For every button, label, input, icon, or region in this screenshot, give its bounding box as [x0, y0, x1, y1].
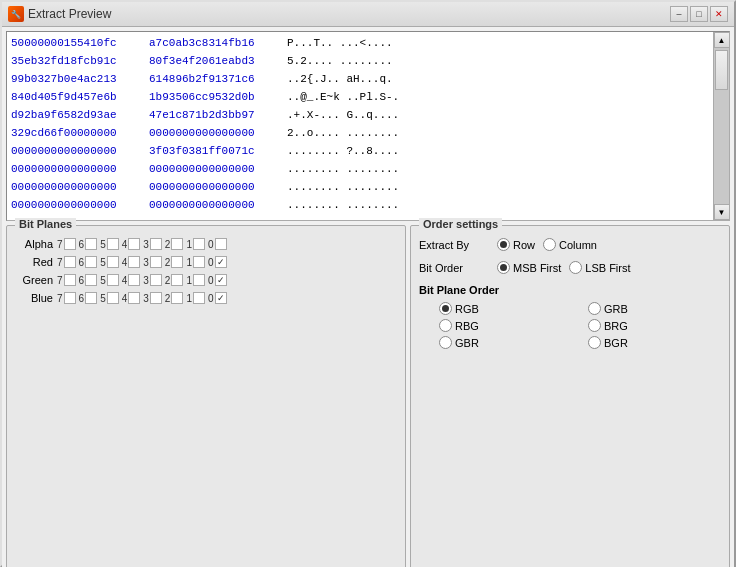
hex-address: 0000000000000000 [11, 142, 141, 160]
channel-row-alpha: Alpha 7 6 5 4 3 2 1 0 [15, 238, 397, 250]
bit-item-0: 0 [208, 256, 227, 268]
bit-plane-option-bgr[interactable]: BGR [588, 336, 721, 349]
channel-label: Alpha [15, 238, 53, 250]
bit-checkbox-2[interactable] [171, 292, 183, 304]
scroll-up-button[interactable]: ▲ [714, 32, 730, 48]
hex-ascii: P...T.. ...<.... [287, 34, 393, 52]
hex-preview-area: 50000000155410fca7c0ab3c8314fb16P...T.. … [6, 31, 730, 221]
bit-checkbox-5[interactable] [107, 292, 119, 304]
window-body: 50000000155410fca7c0ab3c8314fb16P...T.. … [2, 27, 734, 567]
bit-checkbox-1[interactable] [193, 274, 205, 286]
bit-item-5: 5 [100, 292, 119, 304]
bit-checkbox-2[interactable] [171, 256, 183, 268]
bit-checkbox-6[interactable] [85, 256, 97, 268]
extract-by-row-option[interactable]: Row [497, 238, 535, 251]
lsb-first-radio[interactable] [569, 261, 582, 274]
bit-number: 3 [143, 257, 149, 268]
bit-number: 3 [143, 239, 149, 250]
bit-checkbox-3[interactable] [150, 274, 162, 286]
bit-checkbox-0[interactable] [215, 274, 227, 286]
bit-checkbox-5[interactable] [107, 256, 119, 268]
bit-checkbox-0[interactable] [215, 292, 227, 304]
bit-checkbox-6[interactable] [85, 238, 97, 250]
bit-checkbox-1[interactable] [193, 238, 205, 250]
bit-plane-option-rbg[interactable]: RBG [439, 319, 572, 332]
bit-checkbox-7[interactable] [64, 238, 76, 250]
bit-plane-radio-bgr[interactable] [588, 336, 601, 349]
extract-by-row-radio[interactable] [497, 238, 510, 251]
extract-by-column-option[interactable]: Column [543, 238, 597, 251]
bit-plane-option-rgb[interactable]: RGB [439, 302, 572, 315]
bit-checkbox-2[interactable] [171, 238, 183, 250]
bit-checkbox-0[interactable] [215, 238, 227, 250]
scrollbar-thumb[interactable] [715, 50, 728, 90]
bit-number: 6 [79, 293, 85, 304]
bit-checkbox-3[interactable] [150, 238, 162, 250]
bit-checkbox-6[interactable] [85, 292, 97, 304]
bit-order-label: Bit Order [419, 262, 489, 274]
bit-plane-label: BRG [604, 320, 628, 332]
title-bar-left: 🔧 Extract Preview [8, 6, 111, 22]
bit-number: 2 [165, 239, 171, 250]
bit-item-6: 6 [79, 256, 98, 268]
bit-checkbox-5[interactable] [107, 238, 119, 250]
bit-checkbox-4[interactable] [128, 292, 140, 304]
bit-number: 4 [122, 275, 128, 286]
bit-plane-radio-rbg[interactable] [439, 319, 452, 332]
bit-checkbox-3[interactable] [150, 292, 162, 304]
app-icon: 🔧 [8, 6, 24, 22]
bit-item-0: 0 [208, 274, 227, 286]
minimize-button[interactable]: – [670, 6, 688, 22]
bit-plane-option-gbr[interactable]: GBR [439, 336, 572, 349]
close-button[interactable]: ✕ [710, 6, 728, 22]
bit-checkbox-1[interactable] [193, 256, 205, 268]
hex-ascii: ..@_.E~k ..Pl.S-. [287, 88, 399, 106]
maximize-button[interactable]: □ [690, 6, 708, 22]
hex-row: d92ba9f6582d93ae47e1c871b2d3bb97.+.X-...… [11, 106, 709, 124]
bit-checkbox-4[interactable] [128, 274, 140, 286]
bit-number: 0 [208, 275, 214, 286]
bit-checkbox-6[interactable] [85, 274, 97, 286]
msb-first-option[interactable]: MSB First [497, 261, 561, 274]
bit-plane-option-grb[interactable]: GRB [588, 302, 721, 315]
bit-checkbox-4[interactable] [128, 256, 140, 268]
bit-item-2: 2 [165, 256, 184, 268]
bit-checkbox-7[interactable] [64, 274, 76, 286]
extract-by-column-radio[interactable] [543, 238, 556, 251]
bit-plane-label: GRB [604, 303, 628, 315]
bit-number: 1 [186, 257, 192, 268]
bit-checkbox-0[interactable] [215, 256, 227, 268]
bit-item-1: 1 [186, 238, 205, 250]
bit-item-4: 4 [122, 292, 141, 304]
bit-number: 0 [208, 293, 214, 304]
scrollbar-track[interactable] [714, 48, 729, 204]
title-bar-buttons: – □ ✕ [670, 6, 728, 22]
lsb-first-option[interactable]: LSB First [569, 261, 630, 274]
bit-checkbox-4[interactable] [128, 238, 140, 250]
bit-number: 7 [57, 257, 63, 268]
bit-checkbox-7[interactable] [64, 292, 76, 304]
bit-checkbox-7[interactable] [64, 256, 76, 268]
bit-plane-radio-gbr[interactable] [439, 336, 452, 349]
bit-checkbox-5[interactable] [107, 274, 119, 286]
bit-checkbox-group: 7 6 5 4 3 2 1 0 [57, 238, 227, 250]
bit-number: 1 [186, 239, 192, 250]
bit-plane-radio-grb[interactable] [588, 302, 601, 315]
bit-item-7: 7 [57, 274, 76, 286]
bit-item-3: 3 [143, 238, 162, 250]
bit-number: 7 [57, 239, 63, 250]
bit-number: 3 [143, 275, 149, 286]
channel-row-green: Green 7 6 5 4 3 2 1 0 [15, 274, 397, 286]
bit-plane-radio-rgb[interactable] [439, 302, 452, 315]
bit-checkbox-3[interactable] [150, 256, 162, 268]
bit-item-7: 7 [57, 238, 76, 250]
bit-checkbox-1[interactable] [193, 292, 205, 304]
bit-item-7: 7 [57, 256, 76, 268]
bit-plane-radio-brg[interactable] [588, 319, 601, 332]
scroll-down-button[interactable]: ▼ [714, 204, 730, 220]
hex-ascii: ........ ........ [287, 196, 399, 214]
msb-first-radio[interactable] [497, 261, 510, 274]
bit-plane-option-brg[interactable]: BRG [588, 319, 721, 332]
bit-checkbox-2[interactable] [171, 274, 183, 286]
vertical-scrollbar[interactable]: ▲ ▼ [713, 32, 729, 220]
